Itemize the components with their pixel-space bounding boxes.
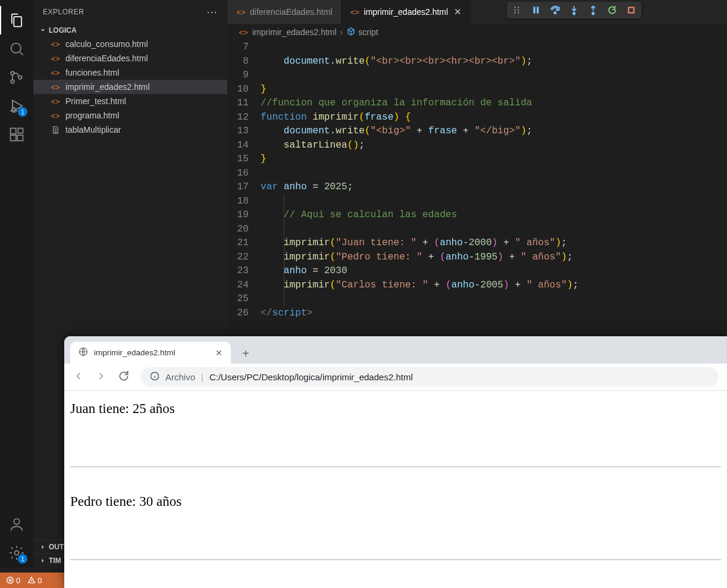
explorer-icon[interactable] xyxy=(0,6,33,35)
file-name: imprimir_edades2.html xyxy=(65,82,150,92)
close-tab-icon[interactable]: ✕ xyxy=(215,348,223,358)
svg-point-13 xyxy=(514,12,516,14)
editor-tabs: <>diferenciaEdades.html<>imprimir_edades… xyxy=(227,0,727,24)
breadcrumb[interactable]: <> imprimir_edades2.html › script xyxy=(227,24,727,40)
svg-point-0 xyxy=(11,43,21,53)
activity-bar: 1 1 xyxy=(0,0,33,567)
debug-toolbar xyxy=(507,2,641,18)
url-bar[interactable]: Archivo | C:/Users/PC/Desktop/logica/imp… xyxy=(140,367,719,387)
status-errors[interactable]: 0 xyxy=(6,576,20,585)
svg-point-11 xyxy=(514,7,516,8)
code-editor[interactable]: 7891011121314151617181920212223242526 do… xyxy=(227,40,727,320)
html-file-icon: <> xyxy=(238,27,249,37)
file-item[interactable]: <>programa.html xyxy=(33,108,227,123)
svg-point-21 xyxy=(592,12,594,14)
svg-point-20 xyxy=(573,12,575,14)
chevron-down-icon xyxy=(39,27,46,34)
file-name: funciones.html xyxy=(65,68,119,77)
svg-rect-6 xyxy=(11,135,16,140)
url-path: C:/Users/PC/Desktop/logica/imprimir_edad… xyxy=(209,372,413,382)
html-file-icon: <> xyxy=(50,67,61,78)
run-debug-icon[interactable]: 1 xyxy=(0,92,33,120)
svg-point-2 xyxy=(11,80,14,83)
file-name: programa.html xyxy=(65,111,119,120)
file-name: tablaMultiplicar xyxy=(65,125,121,135)
editor-tab[interactable]: <>diferenciaEdades.html xyxy=(227,0,341,24)
svg-rect-18 xyxy=(537,7,538,13)
html-file-icon: <> xyxy=(50,39,61,49)
html-file-icon: <> xyxy=(50,96,61,107)
html-file-icon: <> xyxy=(50,82,61,92)
browser-tab[interactable]: imprimir_edades2.html ✕ xyxy=(70,342,231,364)
breadcrumb-symbol: script xyxy=(358,27,378,37)
file-name: calculo_consumo.html xyxy=(65,39,148,49)
browser-window: imprimir_edades2.html ✕ + Archivo | C:/U… xyxy=(64,336,727,588)
browser-tab-strip: imprimir_edades2.html ✕ + xyxy=(64,336,727,364)
file-item[interactable]: <>Primer_test.html xyxy=(33,94,227,108)
svg-point-14 xyxy=(518,7,519,8)
folder-header[interactable]: LOGICA xyxy=(33,24,227,37)
extensions-icon[interactable] xyxy=(0,120,33,149)
file-name: diferenciaEdades.html xyxy=(65,54,148,63)
close-tab-icon[interactable]: ✕ xyxy=(454,7,462,17)
search-icon[interactable] xyxy=(0,35,33,63)
file-item[interactable]: <>imprimir_edades2.html xyxy=(33,80,227,94)
svg-point-3 xyxy=(18,76,22,79)
browser-toolbar: Archivo | C:/Users/PC/Desktop/logica/imp… xyxy=(64,364,727,391)
file-item[interactable]: <>calculo_consumo.html xyxy=(33,37,227,51)
more-actions-icon[interactable]: ⋯ xyxy=(206,5,218,18)
url-separator: | xyxy=(201,372,203,382)
svg-rect-8 xyxy=(18,129,23,133)
svg-point-12 xyxy=(514,10,516,11)
file-item[interactable]: tablaMultiplicar xyxy=(33,123,227,137)
reload-button[interactable] xyxy=(118,370,130,384)
output-line: Pedro tiene: 30 años xyxy=(70,493,721,509)
browser-tab-title: imprimir_edades2.html xyxy=(94,348,209,357)
debug-step-out-icon[interactable] xyxy=(587,4,600,17)
new-tab-button[interactable]: + xyxy=(236,343,256,364)
output-line: Juan tiene: 25 años xyxy=(70,401,721,417)
settings-icon[interactable]: 1 xyxy=(0,539,33,567)
sidebar-title: EXPLORER xyxy=(43,8,84,16)
file-list: <>calculo_consumo.html<>diferenciaEdades… xyxy=(33,37,227,137)
globe-icon xyxy=(79,347,88,358)
debug-stop-icon[interactable] xyxy=(625,4,638,17)
account-icon[interactable] xyxy=(0,510,33,539)
debug-step-into-icon[interactable] xyxy=(568,4,581,17)
browser-content: Juan tiene: 25 añosPedro tiene: 30 añosC… xyxy=(64,391,727,588)
chevron-right-icon xyxy=(39,543,46,551)
code-lines[interactable]: document.write("<br><br><br><hr><br><br>… xyxy=(261,40,727,320)
file-name: Primer_test.html xyxy=(65,96,126,106)
breadcrumb-file: imprimir_edades2.html xyxy=(252,27,337,37)
url-label: Archivo xyxy=(165,372,195,382)
svg-point-9 xyxy=(14,519,19,524)
html-file-icon: <> xyxy=(236,7,246,17)
chevron-right-icon xyxy=(39,557,46,564)
svg-point-1 xyxy=(11,71,14,75)
html-file-icon: <> xyxy=(350,7,361,17)
file-item[interactable]: <>diferenciaEdades.html xyxy=(33,51,227,65)
text-file-icon xyxy=(50,124,61,135)
svg-point-10 xyxy=(15,551,19,555)
svg-point-16 xyxy=(518,12,519,14)
svg-rect-5 xyxy=(11,129,16,134)
source-control-icon[interactable] xyxy=(0,63,33,92)
html-file-icon: <> xyxy=(50,53,61,64)
svg-rect-17 xyxy=(534,7,535,13)
debug-drag-handle[interactable] xyxy=(510,4,524,17)
editor-tab[interactable]: <>imprimir_edades2.html✕ xyxy=(341,0,471,24)
info-icon[interactable] xyxy=(150,371,159,383)
folder-name: LOGICA xyxy=(49,26,77,35)
status-warnings[interactable]: 0 xyxy=(27,576,42,585)
debug-step-over-icon[interactable] xyxy=(549,4,562,17)
html-file-icon: <> xyxy=(50,110,61,121)
symbol-icon xyxy=(346,27,356,38)
file-item[interactable]: <>funciones.html xyxy=(33,65,227,80)
sidebar-header: EXPLORER ⋯ xyxy=(33,0,227,24)
breadcrumb-separator: › xyxy=(340,27,343,37)
debug-pause-icon[interactable] xyxy=(529,4,543,17)
forward-button[interactable] xyxy=(95,370,107,384)
debug-restart-icon[interactable] xyxy=(606,4,619,17)
svg-rect-22 xyxy=(629,8,634,13)
back-button[interactable] xyxy=(73,370,84,384)
